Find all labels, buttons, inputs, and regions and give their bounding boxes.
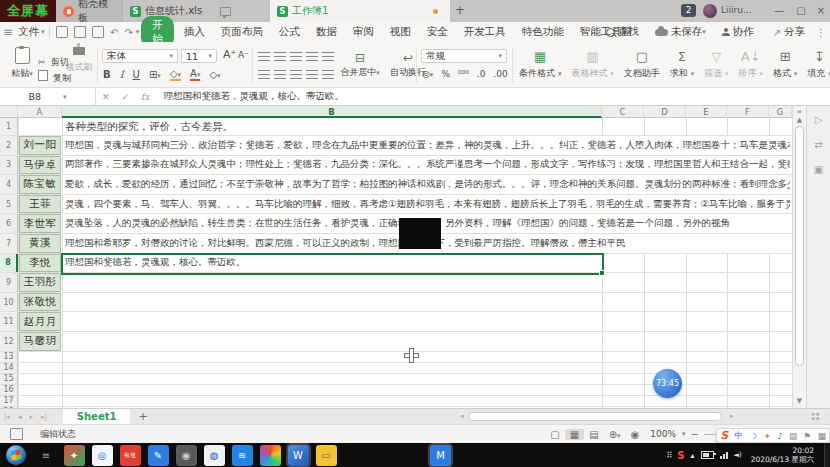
align-middle-icon[interactable] (274, 52, 286, 61)
maximize-button[interactable]: ▢ (790, 0, 812, 22)
tab-docer-templates[interactable]: 稻壳模板 (56, 0, 122, 22)
align-center-icon[interactable] (274, 70, 286, 79)
name-cell-A5[interactable]: 王菲 (19, 195, 61, 214)
wps-office-taskbar-icon[interactable]: W (288, 445, 309, 466)
text-cell-B1[interactable]: 各种类型的探究，评价，古今差异。 (63, 118, 602, 135)
hscroll-left-icon[interactable]: ◂ (456, 412, 468, 420)
clear-format-button[interactable]: ◇▾ (209, 69, 220, 80)
name-cell-A2[interactable]: 刘一阳 (19, 136, 61, 155)
file-menu[interactable]: 文件 (16, 25, 41, 39)
menu-tab-插入[interactable]: 插入 (176, 25, 213, 39)
zoom-level[interactable]: 100% (644, 429, 682, 439)
file-explorer-taskbar-icon[interactable]: ▭ (316, 445, 337, 466)
battery-icon[interactable] (701, 451, 714, 459)
save-icon[interactable] (56, 26, 68, 38)
pointer-tool-icon[interactable]: ▷ (807, 114, 830, 125)
row-header-16[interactable]: 16 (0, 385, 18, 395)
row-header-13[interactable]: 13 (0, 352, 18, 362)
name-cell-A12[interactable]: 马馨玥 (19, 332, 61, 351)
table-row-13[interactable]: 13 (0, 352, 792, 363)
fill-color-button[interactable]: ◇▾ (170, 68, 181, 81)
menu-tab-页面布局[interactable]: 页面布局 (213, 25, 271, 39)
font-size-select[interactable]: 11▾ (181, 49, 217, 63)
save-status[interactable]: 未保存▾ (647, 25, 714, 39)
horizontal-scrollbar-thumb[interactable] (468, 412, 722, 421)
thunder-taskbar-icon[interactable]: ≋ (232, 445, 253, 466)
formula-content[interactable]: 理想国和斐德若，灵魂观，核心。蒂迈欧。 (156, 90, 345, 103)
hscroll-right-icon[interactable]: ▸ (726, 412, 738, 420)
skin-icon[interactable]: ⚑ (804, 431, 812, 441)
row-header-9[interactable]: 9 (0, 273, 18, 292)
voice-input-icon[interactable]: ♪ (777, 431, 782, 441)
italic-button[interactable]: I (120, 69, 124, 80)
moon-mode-icon[interactable]: ☽ (750, 431, 758, 441)
hamburger-icon[interactable]: ≡ (0, 25, 16, 39)
paint-app-taskbar-icon[interactable]: ✦ (64, 445, 85, 466)
align-right-icon[interactable] (290, 70, 302, 79)
table-row-4[interactable]: 4陈宝敏爱欲，成长，爱欲的经历，通过回忆；不至于崇敬神，故事为了哲学；柏拉图的神… (0, 175, 792, 195)
decrease-indent-icon[interactable] (306, 52, 318, 61)
ribbon-button-求和[interactable]: Σ求和 ▾ (665, 45, 699, 85)
scroll-down-icon[interactable]: ▼ (793, 397, 806, 405)
spreadsheet-grid[interactable]: ABCDEFG 1各种类型的探究，评价，古今差异。2刘一阳理想国，灵魂与城邦同构… (0, 106, 792, 408)
table-row-3[interactable]: 3马伊卓两部著作，三要素掺杂在城邦众人灵魂中；理性处上；斐德若，九品分类；深化。… (0, 156, 792, 176)
insert-function-icon[interactable]: fx (135, 92, 155, 102)
add-sheet-button[interactable]: + (130, 410, 155, 423)
column-header-G[interactable]: G (769, 106, 792, 118)
scroll-up-icon[interactable]: ▲ (793, 116, 806, 124)
justify-icon[interactable] (306, 70, 318, 79)
page-break-view-icon[interactable]: ⊕▾ (604, 429, 626, 440)
align-bottom-icon[interactable] (290, 52, 302, 61)
macro-record-icon[interactable] (10, 428, 23, 440)
row-header-1[interactable]: 1 (0, 118, 18, 135)
panel-tool-icon[interactable]: ▣ (807, 164, 830, 175)
row-header-5[interactable]: 5 (0, 195, 18, 214)
media-ring-taskbar-icon[interactable]: ◍ (204, 445, 225, 466)
sogou-logo-icon[interactable]: S (720, 429, 728, 442)
pinwheel-player-taskbar-icon[interactable] (260, 445, 281, 466)
row-header-15[interactable]: 15 (0, 374, 18, 384)
emoji-tool-icon[interactable]: ✦ (764, 431, 771, 441)
swap-tool-icon[interactable]: ⇄ (807, 139, 830, 150)
start-button[interactable] (6, 445, 26, 465)
ribbon-button-填充[interactable]: ↧填充 ▾ (802, 45, 830, 85)
sogou-tray-icon[interactable]: S (677, 450, 684, 461)
close-button[interactable]: × (810, 0, 830, 22)
find-button[interactable]: 查找 (598, 25, 647, 39)
menu-tab-审阅[interactable]: 审阅 (345, 25, 382, 39)
text-cell-B4[interactable]: 爱欲，成长，爱欲的经历，通过回忆；不至于崇敬神，故事为了哲学；柏拉图的神话和戏剧… (63, 175, 790, 194)
redo-icon[interactable]: ↷ (121, 27, 135, 38)
name-cell-A4[interactable]: 陈宝敏 (19, 175, 61, 194)
menu-tab-开发工具[interactable]: 开发工具 (456, 25, 514, 39)
align-left-icon[interactable] (258, 70, 270, 79)
decrease-decimal-icon[interactable]: .00 (493, 69, 507, 79)
eye-protection-icon[interactable]: ◉ (626, 429, 645, 440)
new-tab-button[interactable]: + (455, 3, 465, 17)
merge-center-button[interactable]: ⊟ 合并居中▾ (336, 47, 384, 79)
preview-icon[interactable] (92, 26, 104, 38)
table-row-5[interactable]: 5王菲灵魂，四个要素，马、驾车人、羽翼。。。。马车比喻的理解，细致，再考虑①翅膀… (0, 195, 792, 215)
row-header-10[interactable]: 10 (0, 293, 18, 312)
comma-format-icon[interactable]: ⁰⁰⁰ (458, 69, 469, 79)
show-desktop-button[interactable] (824, 443, 830, 467)
prev-sheet-icon[interactable]: ◂ (14, 413, 26, 421)
font-name-select[interactable]: 宋体▾ (102, 49, 178, 63)
increase-font-icon[interactable]: A⁺ (223, 48, 236, 61)
ribbon-button-排序[interactable]: A↓排序 ▾ (734, 45, 768, 85)
menu-tab-公式[interactable]: 公式 (271, 25, 308, 39)
hidden-icons-arrow[interactable]: ▴ (691, 451, 695, 460)
name-cell-A11[interactable]: 赵月月 (19, 312, 61, 331)
name-cell-A8[interactable]: 李悦 (19, 254, 61, 273)
youdao-dict-taskbar-icon[interactable]: 有道 (120, 445, 141, 466)
row-header-11[interactable]: 11 (0, 312, 18, 331)
text-cell-B3[interactable]: 两部著作，三要素掺杂在城邦众人灵魂中；理性处上；斐德若，九品分类；深化。。。系统… (63, 156, 790, 175)
collaborate-button[interactable]: 协作 (714, 25, 762, 39)
network-signal-icon[interactable] (720, 452, 728, 459)
sheet-tab-sheet1[interactable]: Sheet1 (63, 409, 131, 424)
increase-indent-icon[interactable] (322, 52, 334, 61)
table-row-12[interactable]: 12马馨玥 (0, 332, 792, 352)
more-menu-icon[interactable]: ⋮ (813, 27, 829, 38)
name-cell-A9[interactable]: 王羽彤 (19, 273, 61, 292)
currency-format-icon[interactable]: ◎▾ (422, 69, 433, 79)
table-row-2[interactable]: 2刘一阳理想国，灵魂与城邦同构三分，政治哲学；斐德若，爱欲，理念在九品中更重要的… (0, 136, 792, 156)
